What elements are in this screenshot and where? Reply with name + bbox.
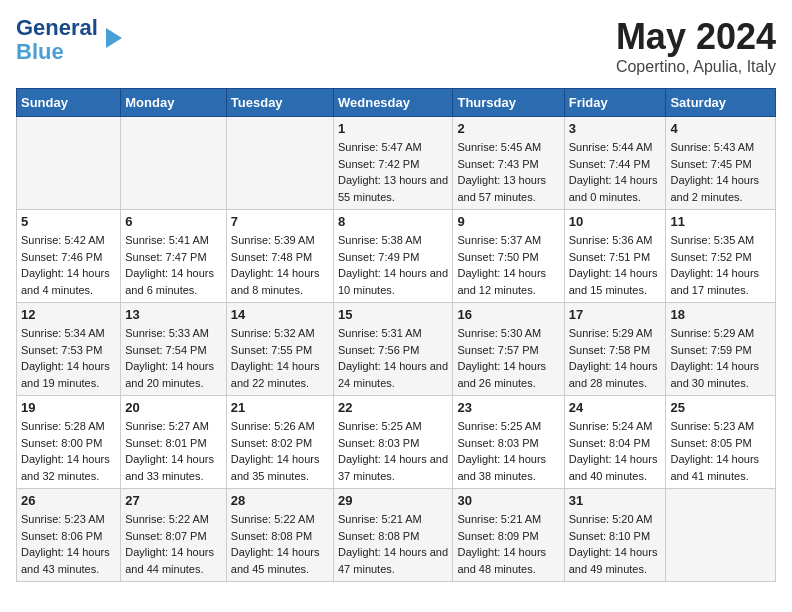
calendar-cell: 25Sunrise: 5:23 AMSunset: 8:05 PMDayligh… — [666, 396, 776, 489]
day-number: 26 — [21, 493, 116, 508]
day-info: Sunrise: 5:25 AMSunset: 8:03 PMDaylight:… — [338, 418, 448, 484]
calendar-cell: 5Sunrise: 5:42 AMSunset: 7:46 PMDaylight… — [17, 210, 121, 303]
col-header-wednesday: Wednesday — [333, 89, 452, 117]
calendar-week-row: 19Sunrise: 5:28 AMSunset: 8:00 PMDayligh… — [17, 396, 776, 489]
day-info: Sunrise: 5:25 AMSunset: 8:03 PMDaylight:… — [457, 418, 559, 484]
day-info: Sunrise: 5:43 AMSunset: 7:45 PMDaylight:… — [670, 139, 771, 205]
day-info: Sunrise: 5:22 AMSunset: 8:08 PMDaylight:… — [231, 511, 329, 577]
day-info: Sunrise: 5:47 AMSunset: 7:42 PMDaylight:… — [338, 139, 448, 205]
day-info: Sunrise: 5:41 AMSunset: 7:47 PMDaylight:… — [125, 232, 222, 298]
col-header-tuesday: Tuesday — [226, 89, 333, 117]
calendar-cell: 24Sunrise: 5:24 AMSunset: 8:04 PMDayligh… — [564, 396, 666, 489]
day-info: Sunrise: 5:35 AMSunset: 7:52 PMDaylight:… — [670, 232, 771, 298]
day-number: 12 — [21, 307, 116, 322]
calendar-cell: 31Sunrise: 5:20 AMSunset: 8:10 PMDayligh… — [564, 489, 666, 582]
day-number: 10 — [569, 214, 662, 229]
day-number: 25 — [670, 400, 771, 415]
calendar-cell — [226, 117, 333, 210]
day-number: 11 — [670, 214, 771, 229]
day-info: Sunrise: 5:33 AMSunset: 7:54 PMDaylight:… — [125, 325, 222, 391]
calendar-cell: 8Sunrise: 5:38 AMSunset: 7:49 PMDaylight… — [333, 210, 452, 303]
col-header-saturday: Saturday — [666, 89, 776, 117]
day-number: 8 — [338, 214, 448, 229]
calendar-week-row: 5Sunrise: 5:42 AMSunset: 7:46 PMDaylight… — [17, 210, 776, 303]
calendar-cell: 12Sunrise: 5:34 AMSunset: 7:53 PMDayligh… — [17, 303, 121, 396]
calendar-cell: 10Sunrise: 5:36 AMSunset: 7:51 PMDayligh… — [564, 210, 666, 303]
day-number: 20 — [125, 400, 222, 415]
day-number: 23 — [457, 400, 559, 415]
day-number: 2 — [457, 121, 559, 136]
day-number: 29 — [338, 493, 448, 508]
calendar-cell: 2Sunrise: 5:45 AMSunset: 7:43 PMDaylight… — [453, 117, 564, 210]
day-info: Sunrise: 5:21 AMSunset: 8:09 PMDaylight:… — [457, 511, 559, 577]
calendar-cell: 14Sunrise: 5:32 AMSunset: 7:55 PMDayligh… — [226, 303, 333, 396]
calendar-cell: 6Sunrise: 5:41 AMSunset: 7:47 PMDaylight… — [121, 210, 227, 303]
day-info: Sunrise: 5:34 AMSunset: 7:53 PMDaylight:… — [21, 325, 116, 391]
col-header-monday: Monday — [121, 89, 227, 117]
calendar-cell: 20Sunrise: 5:27 AMSunset: 8:01 PMDayligh… — [121, 396, 227, 489]
day-info: Sunrise: 5:21 AMSunset: 8:08 PMDaylight:… — [338, 511, 448, 577]
day-number: 3 — [569, 121, 662, 136]
day-number: 17 — [569, 307, 662, 322]
day-info: Sunrise: 5:20 AMSunset: 8:10 PMDaylight:… — [569, 511, 662, 577]
calendar-cell: 22Sunrise: 5:25 AMSunset: 8:03 PMDayligh… — [333, 396, 452, 489]
calendar-cell: 9Sunrise: 5:37 AMSunset: 7:50 PMDaylight… — [453, 210, 564, 303]
calendar-week-row: 12Sunrise: 5:34 AMSunset: 7:53 PMDayligh… — [17, 303, 776, 396]
day-info: Sunrise: 5:29 AMSunset: 7:59 PMDaylight:… — [670, 325, 771, 391]
day-info: Sunrise: 5:22 AMSunset: 8:07 PMDaylight:… — [125, 511, 222, 577]
day-info: Sunrise: 5:30 AMSunset: 7:57 PMDaylight:… — [457, 325, 559, 391]
calendar-cell: 7Sunrise: 5:39 AMSunset: 7:48 PMDaylight… — [226, 210, 333, 303]
day-number: 22 — [338, 400, 448, 415]
day-number: 1 — [338, 121, 448, 136]
day-number: 31 — [569, 493, 662, 508]
day-info: Sunrise: 5:36 AMSunset: 7:51 PMDaylight:… — [569, 232, 662, 298]
calendar-cell: 23Sunrise: 5:25 AMSunset: 8:03 PMDayligh… — [453, 396, 564, 489]
day-number: 30 — [457, 493, 559, 508]
day-number: 21 — [231, 400, 329, 415]
day-info: Sunrise: 5:31 AMSunset: 7:56 PMDaylight:… — [338, 325, 448, 391]
day-info: Sunrise: 5:28 AMSunset: 8:00 PMDaylight:… — [21, 418, 116, 484]
calendar-cell: 18Sunrise: 5:29 AMSunset: 7:59 PMDayligh… — [666, 303, 776, 396]
day-number: 19 — [21, 400, 116, 415]
calendar-cell: 17Sunrise: 5:29 AMSunset: 7:58 PMDayligh… — [564, 303, 666, 396]
calendar-cell: 28Sunrise: 5:22 AMSunset: 8:08 PMDayligh… — [226, 489, 333, 582]
day-info: Sunrise: 5:32 AMSunset: 7:55 PMDaylight:… — [231, 325, 329, 391]
day-number: 6 — [125, 214, 222, 229]
calendar-cell: 15Sunrise: 5:31 AMSunset: 7:56 PMDayligh… — [333, 303, 452, 396]
calendar-header-row: SundayMondayTuesdayWednesdayThursdayFrid… — [17, 89, 776, 117]
day-info: Sunrise: 5:24 AMSunset: 8:04 PMDaylight:… — [569, 418, 662, 484]
day-number: 24 — [569, 400, 662, 415]
calendar-table: SundayMondayTuesdayWednesdayThursdayFrid… — [16, 88, 776, 582]
calendar-cell: 19Sunrise: 5:28 AMSunset: 8:00 PMDayligh… — [17, 396, 121, 489]
day-number: 18 — [670, 307, 771, 322]
calendar-week-row: 1Sunrise: 5:47 AMSunset: 7:42 PMDaylight… — [17, 117, 776, 210]
calendar-cell: 30Sunrise: 5:21 AMSunset: 8:09 PMDayligh… — [453, 489, 564, 582]
day-info: Sunrise: 5:29 AMSunset: 7:58 PMDaylight:… — [569, 325, 662, 391]
day-number: 15 — [338, 307, 448, 322]
calendar-month-year: May 2024 — [616, 16, 776, 58]
day-number: 4 — [670, 121, 771, 136]
calendar-cell: 3Sunrise: 5:44 AMSunset: 7:44 PMDaylight… — [564, 117, 666, 210]
day-number: 27 — [125, 493, 222, 508]
calendar-cell — [121, 117, 227, 210]
logo: GeneralBlue — [16, 16, 128, 64]
day-info: Sunrise: 5:27 AMSunset: 8:01 PMDaylight:… — [125, 418, 222, 484]
calendar-cell: 16Sunrise: 5:30 AMSunset: 7:57 PMDayligh… — [453, 303, 564, 396]
day-info: Sunrise: 5:45 AMSunset: 7:43 PMDaylight:… — [457, 139, 559, 205]
day-info: Sunrise: 5:42 AMSunset: 7:46 PMDaylight:… — [21, 232, 116, 298]
day-info: Sunrise: 5:39 AMSunset: 7:48 PMDaylight:… — [231, 232, 329, 298]
calendar-cell: 4Sunrise: 5:43 AMSunset: 7:45 PMDaylight… — [666, 117, 776, 210]
calendar-cell — [17, 117, 121, 210]
calendar-cell: 27Sunrise: 5:22 AMSunset: 8:07 PMDayligh… — [121, 489, 227, 582]
col-header-sunday: Sunday — [17, 89, 121, 117]
day-number: 7 — [231, 214, 329, 229]
day-number: 9 — [457, 214, 559, 229]
day-number: 13 — [125, 307, 222, 322]
calendar-cell: 26Sunrise: 5:23 AMSunset: 8:06 PMDayligh… — [17, 489, 121, 582]
svg-marker-0 — [106, 28, 122, 48]
day-info: Sunrise: 5:26 AMSunset: 8:02 PMDaylight:… — [231, 418, 329, 484]
calendar-cell: 29Sunrise: 5:21 AMSunset: 8:08 PMDayligh… — [333, 489, 452, 582]
day-number: 14 — [231, 307, 329, 322]
day-info: Sunrise: 5:23 AMSunset: 8:06 PMDaylight:… — [21, 511, 116, 577]
calendar-title-block: May 2024 Copertino, Apulia, Italy — [616, 16, 776, 76]
